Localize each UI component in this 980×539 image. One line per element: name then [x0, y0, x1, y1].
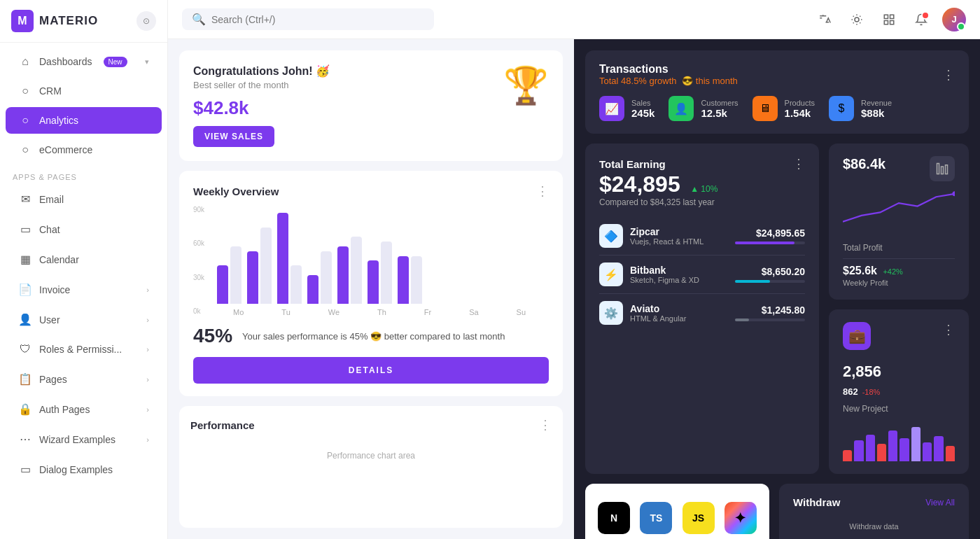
content: Congratulations John! 🥳 Best seller of t…	[168, 39, 980, 539]
y-label-60k: 60k	[193, 239, 204, 247]
sidebar-toggle-btn[interactable]: ⊙	[136, 11, 156, 31]
profit-value: $86.4k	[843, 156, 886, 172]
svg-point-0	[855, 18, 859, 22]
dashboards-badge: New	[104, 57, 127, 67]
sidebar-item-user[interactable]: 👤 User ›	[6, 306, 162, 333]
translate-icon[interactable]	[813, 8, 836, 31]
tx-subtitle-text: Total 48.5% growth	[599, 76, 677, 86]
auth-icon: 🔒	[18, 402, 32, 416]
perf-menu-icon[interactable]: ⋮	[539, 417, 552, 433]
withdraw-view-all[interactable]: View All	[925, 498, 955, 507]
sidebar-item-auth[interactable]: 🔒 Auth Pages ›	[6, 396, 162, 423]
sidebar-item-roles[interactable]: 🛡 Roles & Permissi... ›	[6, 336, 162, 363]
sidebar-item-email[interactable]: ✉ Email	[6, 186, 162, 213]
tx-stat-icon: 🖥	[752, 96, 778, 121]
weekly-footer: 45% Your sales performance is 45% 😎 bett…	[193, 325, 549, 347]
tx-stat-info: Products 1.54k	[785, 99, 815, 119]
earning-row: 🔷 Zipcar Vuejs, React & HTML $24,895.65	[599, 217, 805, 255]
new-project-bar	[866, 435, 875, 462]
invoice-label: Invoice	[39, 284, 70, 295]
chevron-right-icon-3: ›	[146, 345, 149, 354]
y-label-90k: 90k	[193, 206, 204, 214]
earning-menu-icon[interactable]: ⋮	[792, 156, 805, 172]
sidebar-item-chat[interactable]: ▭ Chat	[6, 216, 162, 243]
email-icon: ✉	[18, 192, 32, 206]
bar-group	[277, 213, 302, 304]
earning-rows: 🔷 Zipcar Vuejs, React & HTML $24,895.65 …	[599, 217, 805, 332]
earning-name: Zipcar	[630, 226, 704, 237]
wizard-icon: ⋯	[18, 433, 32, 446]
new-project-bar	[888, 430, 897, 461]
sidebar-item-analytics[interactable]: ○ Analytics	[6, 107, 162, 134]
sidebar-item-calendar[interactable]: ▦ Calendar	[6, 246, 162, 273]
congrats-title: Congratulations John! 🥳	[193, 64, 330, 78]
pages-icon: 📋	[18, 372, 32, 386]
svg-rect-1	[884, 15, 888, 18]
bar-group	[307, 251, 332, 304]
grid-icon[interactable]	[878, 8, 900, 31]
search-input[interactable]	[211, 14, 424, 25]
svg-rect-6	[941, 167, 944, 174]
earning-row-info: ⚙️ Aviato HTML & Angular	[599, 301, 735, 325]
topbar-actions: J	[813, 8, 966, 31]
tech-logos-card: N TS JS ✦	[585, 484, 769, 539]
search-box[interactable]: 🔍	[182, 8, 434, 30]
details-button[interactable]: DETAILS	[193, 357, 549, 384]
new-project-bar	[934, 436, 943, 461]
bar-light	[381, 241, 392, 304]
tx-stat-value: $88k	[861, 107, 892, 119]
view-sales-button[interactable]: VIEW SALES	[193, 126, 274, 147]
weekly-menu-icon[interactable]: ⋮	[536, 183, 549, 199]
trophy-icon: 🏆	[503, 64, 549, 107]
chat-icon: ▭	[18, 223, 32, 236]
earning-name: Bitbank	[630, 265, 699, 276]
earning-sub: Sketch, Figma & XD	[630, 276, 699, 284]
analytics-label: Analytics	[39, 115, 78, 126]
tx-stat-label: Customers	[701, 99, 738, 107]
roles-label: Roles & Permissi...	[39, 344, 122, 355]
chevron-right-icon-2: ›	[146, 316, 149, 324]
nextjs-logo: N	[598, 502, 630, 534]
sidebar-item-wizard[interactable]: ⋯ Wizard Examples ›	[6, 426, 162, 453]
sidebar-item-crm[interactable]: ○ CRM	[6, 78, 162, 104]
dialog-label: Dialog Examples	[39, 464, 113, 475]
profit-label: Total Profit	[843, 243, 955, 253]
chevron-right-icon: ›	[146, 286, 149, 294]
new-project-menu-icon[interactable]: ⋮	[942, 322, 955, 337]
y-label-30k: 30k	[193, 274, 204, 281]
bar-group	[247, 227, 272, 304]
performance-card: Performance ⋮ Performance chart area	[179, 406, 563, 528]
profit-chart-icon	[930, 156, 955, 181]
calendar-icon: ▦	[18, 253, 32, 266]
svg-rect-3	[884, 20, 888, 24]
tx-title-wrap: Transactions Total 48.5% growth 😎 this m…	[599, 63, 738, 86]
logo-box: M	[11, 10, 34, 32]
sidebar-item-dialog[interactable]: ▭ Dialog Examples	[6, 456, 162, 483]
new-project-bar	[843, 450, 852, 462]
weekly-title: Weekly Overview	[193, 186, 279, 197]
withdraw-title: Withdraw	[793, 496, 840, 508]
sidebar-item-invoice[interactable]: 📄 Invoice ›	[6, 276, 162, 303]
bar-light	[321, 251, 332, 304]
withdraw-header: Withdraw View All	[793, 496, 955, 508]
sidebar-item-ecommerce[interactable]: ○ eCommerce	[6, 136, 162, 163]
new-project-bar	[899, 438, 909, 461]
perf-placeholder: Performance chart area	[190, 437, 552, 475]
theme-icon[interactable]	[846, 8, 868, 31]
new-project-bar	[877, 444, 886, 461]
earning-row: ⚙️ Aviato HTML & Angular $1,245.80	[599, 294, 805, 332]
avatar[interactable]: J	[942, 8, 966, 31]
sidebar-item-pages[interactable]: 📋 Pages ›	[6, 365, 162, 393]
earning-badge: ▲ 10%	[690, 184, 718, 194]
typescript-logo: TS	[640, 502, 672, 534]
total-profit-card: $86.4k Total Profit $25.6k	[829, 144, 969, 300]
earning-sub: HTML & Angular	[630, 314, 686, 323]
bar-purple	[368, 260, 379, 304]
sidebar-item-dashboards[interactable]: ⌂ Dashboards New ▾	[6, 48, 162, 75]
new-project-icon-wrap: 💼	[843, 322, 871, 357]
notification-icon[interactable]	[910, 8, 932, 31]
svg-rect-2	[890, 15, 894, 18]
tx-menu-icon[interactable]: ⋮	[942, 67, 955, 83]
main-area: 🔍 J Congratulations John	[168, 0, 980, 539]
perf-header: Performance ⋮	[190, 417, 552, 433]
